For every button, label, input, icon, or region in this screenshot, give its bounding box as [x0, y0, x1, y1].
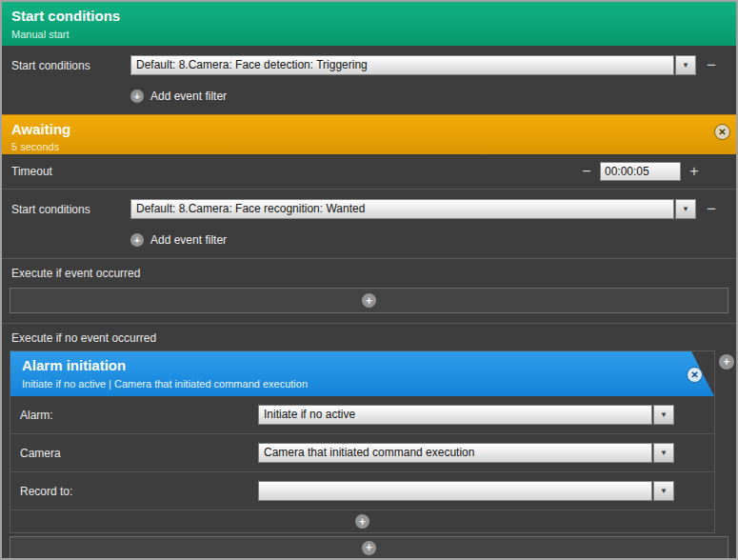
alarm-card-wrap: Alarm initiation Initiate if no active |…: [2, 350, 736, 533]
chevron-down-icon[interactable]: ▼: [675, 199, 696, 219]
timeout-increase-button[interactable]: +: [687, 163, 702, 180]
timeout-decrease-button[interactable]: −: [579, 163, 594, 180]
remove-event-filter-button[interactable]: −: [696, 56, 727, 75]
close-icon[interactable]: ✕: [714, 124, 730, 140]
timeout-row: Timeout − +: [2, 154, 736, 190]
start-conditions-label: Start conditions: [11, 59, 130, 72]
plus-glyph: +: [134, 91, 140, 102]
alarm-row: Alarm: Initiate if no active ▼: [10, 396, 714, 434]
execute-if-event-label: Execute if event occurred: [2, 258, 736, 286]
add-command-dropzone: +: [10, 536, 728, 559]
close-glyph: ✕: [718, 127, 726, 137]
alarm-combobox[interactable]: Initiate if no active ▼: [258, 405, 674, 425]
start-conditions-subtitle: Manual start: [11, 29, 727, 40]
plus-glyph: +: [359, 516, 366, 528]
record-to-value: [258, 481, 652, 501]
plus-glyph: +: [134, 235, 140, 246]
alarm-initiation-title: Alarm initiation: [22, 357, 705, 373]
card-add-row: +: [10, 510, 714, 532]
plus-glyph: +: [366, 295, 372, 307]
add-action-button[interactable]: +: [362, 293, 376, 308]
awaiting-condition-row: Start conditions Default: 8.Camera: Face…: [2, 190, 736, 229]
record-to-row: Record to: ▼: [10, 472, 714, 510]
dropdown-arrow-glyph: ▼: [682, 205, 689, 213]
awaiting-condition-combobox[interactable]: Default: 8.Camera: Face recognition: Wan…: [130, 199, 696, 219]
start-condition-row: Start conditions Default: 8.Camera: Face…: [2, 46, 736, 85]
add-parameter-button[interactable]: +: [355, 514, 369, 529]
start-conditions-title: Start conditions: [11, 8, 727, 24]
add-event-filter-row: + Add event filter: [2, 229, 736, 258]
macro-editor-window: Start conditions Manual start Start cond…: [0, 0, 738, 560]
chevron-down-icon[interactable]: ▼: [653, 443, 674, 463]
awaiting-start-conditions-label: Start conditions: [11, 203, 130, 216]
awaiting-header: Awaiting 5 seconds ✕: [2, 114, 736, 154]
camera-value: Camera that initiated command execution: [258, 443, 652, 463]
dropdown-arrow-glyph: ▼: [682, 61, 689, 70]
chevron-down-icon[interactable]: ▼: [653, 481, 674, 501]
close-glyph: ✕: [690, 370, 698, 380]
record-to-combobox[interactable]: ▼: [258, 481, 674, 501]
dropdown-arrow-glyph: ▼: [660, 449, 668, 457]
execute-if-event-dropzone: +: [10, 288, 728, 313]
camera-label: Camera: [20, 447, 258, 460]
start-conditions-header: Start conditions Manual start: [2, 2, 736, 46]
add-event-filter-row: + Add event filter: [2, 85, 736, 114]
add-command-button[interactable]: +: [362, 541, 376, 555]
add-icon[interactable]: +: [130, 90, 144, 103]
start-condition-combobox[interactable]: Default: 8.Camera: Face detection: Trigg…: [130, 55, 696, 75]
remove-event-filter-button[interactable]: −: [696, 200, 727, 219]
plus-glyph: +: [366, 542, 372, 553]
dropdown-arrow-glyph: ▼: [660, 487, 668, 495]
awaiting-subtitle: 5 seconds: [11, 141, 727, 152]
add-icon[interactable]: +: [130, 233, 144, 247]
alarm-initiation-header: Alarm initiation Initiate if no active |…: [10, 351, 714, 396]
alarm-value: Initiate if no active: [258, 405, 652, 425]
plus-glyph: +: [723, 356, 729, 368]
alarm-initiation-card: Alarm initiation Initiate if no active |…: [10, 350, 715, 533]
add-action-button[interactable]: +: [719, 354, 734, 370]
timeout-label: Timeout: [11, 165, 579, 178]
awaiting-title: Awaiting: [11, 121, 727, 137]
close-icon[interactable]: ✕: [687, 367, 703, 383]
start-condition-value: Default: 8.Camera: Face detection: Trigg…: [130, 55, 674, 75]
dropdown-arrow-glyph: ▼: [660, 410, 668, 419]
alarm-initiation-subtitle: Initiate if no active | Camera that init…: [22, 378, 705, 390]
add-event-filter-link[interactable]: Add event filter: [150, 233, 227, 247]
execute-if-no-event-label: Execute if no event occurred: [2, 323, 736, 350]
record-to-label: Record to:: [20, 485, 258, 498]
camera-combobox[interactable]: Camera that initiated command execution …: [258, 443, 674, 463]
chevron-down-icon[interactable]: ▼: [675, 55, 696, 75]
start-conditions-section: Start conditions Default: 8.Camera: Face…: [2, 46, 736, 114]
timeout-input[interactable]: [600, 162, 681, 181]
alarm-label: Alarm:: [20, 409, 258, 422]
awaiting-condition-value: Default: 8.Camera: Face recognition: Wan…: [130, 199, 674, 219]
chevron-down-icon[interactable]: ▼: [653, 405, 674, 425]
add-event-filter-link[interactable]: Add event filter: [150, 90, 227, 103]
camera-row: Camera Camera that initiated command exe…: [10, 434, 714, 472]
